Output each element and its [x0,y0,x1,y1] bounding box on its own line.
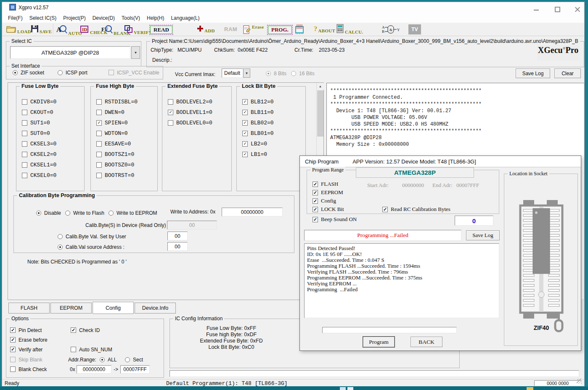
load-button[interactable]: LOAD [6,25,31,34]
checkbox-box[interactable]: ✓ [382,207,388,212]
checkbox-box[interactable] [96,162,102,168]
range-from-input[interactable]: 00000000 [77,365,111,374]
radio-addr-all[interactable]: ALL [100,354,117,365]
calib-byte-user-input[interactable]: 00 [167,232,188,240]
range-to-input[interactable]: 00007FFF [120,365,150,374]
logic-gate-button[interactable]: A B & Y [382,25,400,35]
checkbox-sut0-0[interactable]: SUT0=0 [22,128,56,139]
checkbox-box[interactable] [96,131,102,136]
checkbox-lb1-0[interactable]: ✓LB1=0 [242,149,274,160]
checkbox-blb01-0[interactable]: ✓BLB01=0 [242,128,274,139]
menu-item-help-h[interactable]: Help(H) [143,14,167,22]
clear-button[interactable]: Clear [554,69,581,78]
checkbox-lb2-0[interactable]: ✓LB2=0 [242,139,274,149]
scroll-up-button[interactable]: ▲ [317,83,324,90]
checkbox-box[interactable] [96,173,102,178]
add-button[interactable]: ADD [197,25,215,33]
auto-button[interactable]: A AUTO [56,24,82,36]
checkbox-eeprom[interactable]: ✓EEPROM [313,188,344,197]
checkbox-box[interactable] [168,120,173,126]
checkbox-bodlevel2-0[interactable]: BODLEVEL2=0 [168,97,212,107]
checkbox-lock-bit[interactable]: ✓LOCK Bit [313,205,344,213]
radio-write-to-eeprom[interactable]: Write to EEPROM [109,208,157,218]
radio-dot[interactable] [36,211,41,216]
checkbox-box[interactable]: ✓ [71,327,76,333]
checkbox-box[interactable]: ✓ [313,182,318,187]
save-button[interactable]: SAVE [31,25,52,34]
radio-dot[interactable] [125,357,130,362]
checkbox-cksel3-0[interactable]: CKSEL3=0 [22,139,56,149]
checkbox-box[interactable] [71,347,76,352]
checkbox-box[interactable] [96,141,102,147]
checkbox-bodlevel1-0[interactable]: ✓BODLEVEL1=0 [168,107,212,118]
radio-dot[interactable] [58,70,63,75]
minimize-button[interactable] [530,6,543,13]
menu-item-language-l[interactable]: Language(L) [167,14,203,22]
calcu-button[interactable]: CALCU. [336,24,363,34]
resize-grip[interactable] [577,379,582,384]
checkbox-box[interactable]: ✓ [242,99,248,105]
about-button[interactable]: ? ABOUT [314,25,335,33]
read-button[interactable]: READ [149,25,173,35]
back-button[interactable]: BACK [411,337,442,347]
radio-dot[interactable] [65,211,70,216]
checkbox-box[interactable]: ✓ [242,152,248,157]
tab-eeprom[interactable]: EEPROM [50,303,92,314]
checkbox-bootrst-0[interactable]: BOOTRST=0 [96,170,138,181]
checkbox-box[interactable] [10,366,16,372]
ic-combobox-dropdown-button[interactable] [131,46,140,59]
checkbox-box[interactable]: ✓ [313,198,318,204]
radio-addr-sect[interactable]: Sect [125,354,143,365]
scroll-thumb[interactable] [317,90,323,137]
save-log-button[interactable]: Save Log [516,69,550,78]
checkbox-spien-0[interactable]: ✓SPIEN=0 [96,118,138,128]
tab-config[interactable]: Config [93,302,134,314]
radio-dot[interactable] [58,245,63,250]
program-button[interactable]: Program [363,337,395,347]
checkbox-blank-check[interactable]: Blank Check [10,364,47,374]
erase-button[interactable]: Erase [243,24,264,35]
checkbox-box[interactable]: ✓ [313,190,318,195]
menu-item-tools-v[interactable]: Tools(V) [118,14,143,22]
checkbox-box[interactable] [22,152,27,157]
checkbox-read-rc-calibration[interactable]: ✓Read RC Calibration Bytes [382,206,450,213]
checkbox-bootsz1-0[interactable]: BOOTSZ1=0 [96,149,138,160]
checkbox-box[interactable]: ✓ [242,120,248,126]
prog-button[interactable]: PROG. [267,25,293,35]
dialog-titlebar[interactable]: Chip Program APP Version: 12.57 Device M… [300,156,581,167]
checkbox-box[interactable]: ✓ [242,141,248,147]
checkbox-cksel2-0[interactable]: CKSEL2=0 [22,149,56,160]
checkbox-box[interactable] [22,162,27,168]
checkbox-box[interactable] [96,152,102,157]
checkbox-box[interactable]: ✓ [313,207,318,212]
checkbox-sut1-0[interactable]: SUT1=0 [22,118,56,128]
checkbox-wdton-0[interactable]: WDTON=0 [96,128,138,139]
radio-dot[interactable] [13,70,18,75]
close-button[interactable] [571,6,583,13]
calib-source-address-input[interactable]: 00 [167,242,188,251]
checkbox-box[interactable]: ✓ [10,337,16,343]
dialog-log-box[interactable]: Pins Detected Passed!ID: 0x 1E 95 0F ...… [304,243,499,318]
radio-calibration-disable[interactable]: Disable [36,208,61,218]
menu-item-select-ic-s[interactable]: Select IC(S) [26,14,60,22]
menu-item-device-d[interactable]: Device(D) [89,14,118,22]
checkbox-dwen-0[interactable]: DWEN=0 [96,107,138,118]
checkbox-box[interactable]: ✓ [242,131,248,136]
checkbox-blb11-0[interactable]: ✓BLB11=0 [242,107,274,118]
checkbox-bodlevel0-0[interactable]: BODLEVEL0=0 [168,118,212,128]
checkbox-box[interactable] [22,110,27,115]
chip-icon-button[interactable] [294,24,305,36]
checkbox-box[interactable]: ✓ [10,327,16,333]
checkbox-ckdiv8-0[interactable]: CKDIV8=0 [22,97,56,107]
checkbox-flash[interactable]: ✓FLASH [313,180,344,188]
checkbox-box[interactable] [168,99,173,105]
radio-zif-socket[interactable]: ZIF socket [13,67,44,78]
vcc-imax-dropdown-button[interactable] [243,69,250,78]
checkbox-cksel0-0[interactable]: CKSEL0=0 [22,170,56,181]
checkbox-eesave-0[interactable]: EESAVE=0 [96,139,138,149]
checkbox-rstdisbl-0[interactable]: RSTDISBL=0 [96,97,138,107]
checkbox-box[interactable]: ✓ [168,110,173,115]
checkbox-blb12-0[interactable]: ✓BLB12=0 [242,97,274,107]
ic-combobox[interactable]: ATMEGA328P @DIP28 [10,46,130,59]
checkbox-box[interactable] [22,99,27,105]
